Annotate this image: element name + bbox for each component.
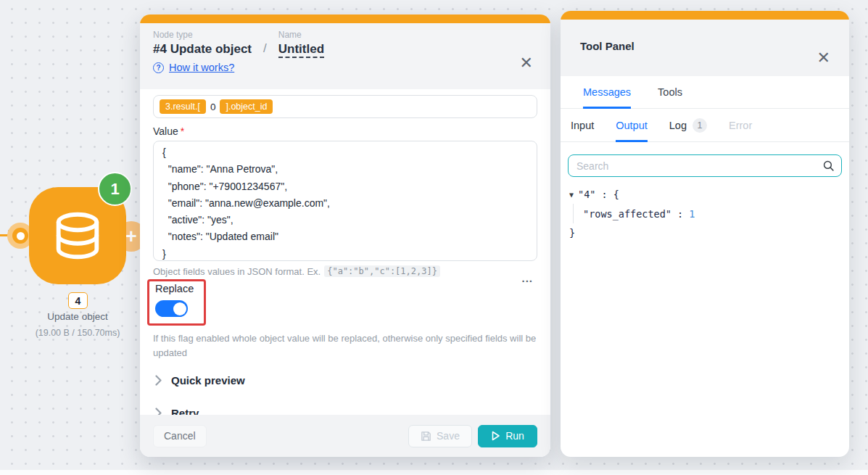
required-asterisk: * [181,125,184,137]
tool-panel-title: Tool Panel [580,40,832,52]
modal-header: Node type #4 Update object / Name Untitl… [140,23,550,89]
bottom-edge-strip [0,470,868,475]
tab-tools[interactable]: Tools [658,76,682,108]
node-name-editable[interactable]: Untitled [278,42,324,58]
panel-accent-bar [561,11,849,20]
name-block: Name Untitled [278,30,324,57]
node-type-value: #4 Update object [153,42,252,57]
quick-preview-section[interactable]: Quick preview [153,374,537,387]
tree-value: 1 [689,208,695,220]
tree-line-rows-affected: "rows_affected" : 1 [569,205,849,223]
save-icon [421,431,431,442]
subtab-output[interactable]: Output [616,109,648,141]
cancel-button[interactable]: Cancel [153,425,207,447]
update-object-modal: Node type #4 Update object / Name Untitl… [140,15,550,457]
modal-content: 3.result.[ 0 ].object_id Value* { "name"… [140,89,550,415]
name-label: Name [278,30,324,40]
database-icon [49,207,106,264]
panel-tabs: Messages Tools [561,76,849,109]
toggle-knob [173,302,186,315]
modal-close-icon[interactable]: ✕ [520,55,533,71]
subtab-input[interactable]: Input [571,109,594,141]
tree-line-root: ▼"4" : { [569,185,849,205]
message-count-badge[interactable]: 1 [98,172,132,206]
plus-icon: + [125,226,137,248]
play-icon [491,431,500,441]
subtab-error[interactable]: Error [729,109,752,141]
question-circle-icon: ? [153,62,164,73]
panel-close-icon[interactable]: ✕ [817,50,830,66]
save-button[interactable]: Save [408,425,472,447]
modal-footer: Cancel Save Run [140,415,550,457]
node-stats: (19.00 B / 150.70ms) [5,328,150,338]
replace-toggle[interactable] [155,300,188,317]
node-number-badge: 4 [68,292,88,309]
token-chip-right[interactable]: ].object_id [220,99,273,114]
search-icon [822,160,835,172]
output-json-tree: ▼"4" : { "rows_affected" : 1 } [569,185,849,242]
subtab-log[interactable]: Log 1 [669,109,707,141]
how-it-works-link[interactable]: How it works? [169,62,234,73]
replace-hint: If this flag enabled whole object value … [153,331,537,360]
replace-highlight-box: Replace [147,279,206,326]
tool-panel: Tool Panel ✕ Messages Tools Input Output… [561,11,849,457]
message-subtabs: Input Output Log 1 Error [561,109,849,142]
tree-line-close-brace: } [569,223,849,242]
quick-preview-label: Quick preview [171,374,245,387]
value-label: Value* [153,125,537,137]
log-count-badge: 1 [693,118,707,133]
more-options-icon[interactable]: ... [521,272,533,284]
tool-panel-header: Tool Panel ✕ [561,20,849,76]
run-button[interactable]: Run [478,425,537,447]
tab-messages[interactable]: Messages [583,76,631,108]
replace-label: Replace [155,283,194,294]
token-chip-left[interactable]: 3.result.[ [160,99,206,114]
output-search [568,154,842,177]
input-port-dot [17,232,25,240]
modal-accent-bar [140,15,550,23]
search-input[interactable] [568,154,842,177]
value-hint: Object fields values in JSON format. Ex.… [153,265,537,277]
object-id-field[interactable]: 3.result.[ 0 ].object_id [153,95,537,118]
chevron-right-icon [155,375,162,386]
tree-guide-line [573,204,574,223]
node-title: Update object [12,311,143,322]
node-type-label: Node type [153,30,252,40]
node-type-block: Node type #4 Update object [153,30,252,57]
value-hint-example: {"a":"b","c":[1,2,3]} [324,265,440,277]
collapse-caret-icon[interactable]: ▼ [569,186,574,205]
value-json-textarea[interactable]: { "name": "Anna Petrova", "phone": "+790… [153,141,537,261]
token-index[interactable]: 0 [210,102,216,112]
title-separator: / [263,41,267,57]
